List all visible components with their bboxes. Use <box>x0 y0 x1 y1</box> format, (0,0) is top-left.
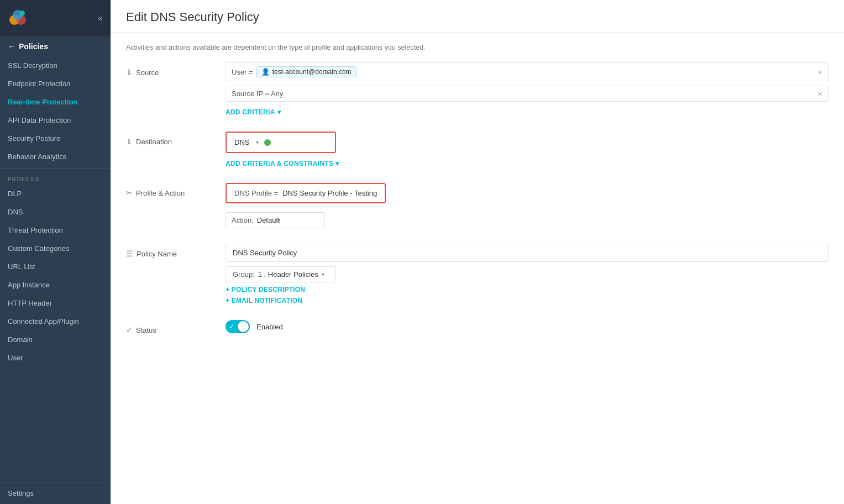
add-criteria-chevron: ▾ <box>277 108 281 116</box>
sidebar-item-httpheader[interactable]: HTTP Header <box>0 294 111 312</box>
source-label: ⇓ Source <box>126 62 214 77</box>
profile-action-section: ✂ Profile & Action DNS Profile = DNS Sec… <box>126 183 829 228</box>
sidebar-item-domain[interactable]: Domain <box>0 330 111 349</box>
policy-name-input[interactable]: DNS Security Policy <box>226 244 829 262</box>
add-criteria-label: ADD CRITERIA <box>226 108 275 116</box>
source-label-text: Source <box>136 69 159 77</box>
sidebar-item-urllist[interactable]: URL List <box>0 258 111 276</box>
sidebar-item-api[interactable]: API Data Protection <box>0 111 111 129</box>
toggle-thumb <box>238 321 249 332</box>
add-description-btn[interactable]: + POLICY DESCRIPTION <box>226 286 305 293</box>
profile-value-text: DNS Security Profile - Testing <box>282 189 377 197</box>
profile-action-label: ✂ Profile & Action <box>126 183 214 197</box>
destination-icon: ⇓ <box>126 137 133 146</box>
status-label-text: Status <box>136 326 156 334</box>
action-select-inner-wrapper: Default Allow Block ▾ <box>257 216 280 224</box>
sidebar-item-security[interactable]: Security Posture <box>0 129 111 148</box>
group-select-inner-wrapper: 1 . Header Policies 2 . Standard Policie… <box>258 270 324 279</box>
form-area: Activities and actions available are dep… <box>111 33 844 504</box>
source-icon: ⇓ <box>126 68 133 77</box>
sidebar-item-behavior[interactable]: Behavior Analytics <box>0 148 111 166</box>
info-text: Activities and actions available are dep… <box>126 44 829 51</box>
destination-content: DNS ▾ ADD CRITERIA & CONSTRAINTS ▾ <box>226 132 829 167</box>
profile-action-icon: ✂ <box>126 188 133 197</box>
main-content-area: Edit DNS Security Policy Activities and … <box>111 0 844 504</box>
status-section: ✓ Status ✓ Enabled <box>126 320 829 334</box>
user-tag-icon: 👤 <box>261 68 270 76</box>
group-select[interactable]: 1 . Header Policies 2 . Standard Policie… <box>258 270 324 279</box>
destination-select[interactable]: DNS <box>234 138 259 146</box>
sidebar-item-threat[interactable]: Threat Protection <box>0 221 111 239</box>
destination-section: ⇓ Destination DNS ▾ ADD CRITERIA & CONST… <box>126 132 829 167</box>
status-value-text: Enabled <box>256 323 283 331</box>
app-logo <box>8 8 29 29</box>
destination-label-text: Destination <box>136 138 172 146</box>
policy-name-label: ☰ Policy Name <box>126 244 214 258</box>
toggle-check-icon: ✓ <box>229 323 234 330</box>
source-section: ⇓ Source User = 👤 test-account@domain.co… <box>126 62 829 116</box>
source-user-close-btn[interactable]: × <box>817 67 822 77</box>
destination-label: ⇓ Destination <box>126 132 214 146</box>
sidebar-item-dlp[interactable]: DLP <box>0 185 111 203</box>
sidebar-item-ssl[interactable]: SSL Decryption <box>0 56 111 75</box>
source-content: User = 👤 test-account@domain.com × Sourc… <box>226 62 829 116</box>
group-label-text: Group: <box>233 270 255 279</box>
profiles-section-label: PROFILES <box>0 171 111 185</box>
destination-box: DNS ▾ <box>226 132 336 153</box>
policy-name-label-text: Policy Name <box>137 250 177 258</box>
group-select-wrapper: Group: 1 . Header Policies 2 . Standard … <box>226 266 336 282</box>
sidebar-item-custom[interactable]: Custom Categories <box>0 239 111 258</box>
sidebar: « ← Policies SSL Decryption Endpoint Pro… <box>0 0 111 504</box>
source-ip-label: Source IP = Any <box>232 90 283 98</box>
sidebar-item-realtime[interactable]: Real-time Protection <box>0 93 111 111</box>
add-email-btn[interactable]: + EMAIL NOTIFICATION <box>226 297 302 305</box>
source-ip-close-btn[interactable]: × <box>817 89 822 98</box>
sidebar-back-btn[interactable]: ← Policies <box>0 36 111 56</box>
sidebar-item-dns[interactable]: DNS <box>0 203 111 221</box>
status-toggle-area: ✓ Enabled <box>226 320 829 333</box>
dns-status-dot <box>264 139 271 146</box>
add-criteria-constraints-label: ADD CRITERIA & CONSTRAINTS <box>226 160 333 167</box>
source-criteria-row-user: User = 👤 test-account@domain.com × <box>226 62 829 81</box>
sidebar-logo-area: « <box>0 0 111 36</box>
settings-link[interactable]: Settings <box>0 482 111 504</box>
action-select[interactable]: Default Allow Block <box>257 216 280 224</box>
page-header: Edit DNS Security Policy <box>111 0 844 33</box>
sidebar-item-user[interactable]: User <box>0 349 111 367</box>
sidebar-item-appinstance[interactable]: App Instance <box>0 276 111 294</box>
sidebar-back-label: Policies <box>19 42 48 51</box>
profile-box: DNS Profile = DNS Security Profile - Tes… <box>226 183 386 203</box>
action-label-text: Action: <box>232 216 254 224</box>
policy-name-section: ☰ Policy Name DNS Security Policy Group:… <box>126 244 829 305</box>
page-title: Edit DNS Security Policy <box>126 10 829 24</box>
add-criteria-constraints-chevron: ▾ <box>335 160 339 167</box>
add-criteria-constraints-btn[interactable]: ADD CRITERIA & CONSTRAINTS ▾ <box>226 160 339 167</box>
policy-name-icon: ☰ <box>126 249 133 258</box>
sidebar-item-connectedapp[interactable]: Connected App/Plugin <box>0 312 111 330</box>
back-arrow-icon: ← <box>8 42 15 51</box>
status-icon: ✓ <box>126 326 133 334</box>
policy-name-content: DNS Security Policy Group: 1 . Header Po… <box>226 244 829 305</box>
source-user-label: User = <box>232 68 253 76</box>
profile-label-text: DNS Profile = <box>234 189 278 197</box>
sidebar-item-endpoint[interactable]: Endpoint Protection <box>0 75 111 93</box>
action-select-wrapper: Action: Default Allow Block ▾ <box>226 212 325 228</box>
svg-point-3 <box>19 11 25 16</box>
status-content: ✓ Enabled <box>226 320 829 333</box>
dns-select-wrapper: DNS ▾ <box>234 138 259 146</box>
profile-action-label-text: Profile & Action <box>136 189 185 197</box>
status-label: ✓ Status <box>126 320 214 334</box>
source-user-value: test-account@domain.com <box>272 68 352 76</box>
add-criteria-btn[interactable]: ADD CRITERIA ▾ <box>226 108 281 116</box>
profile-action-content: DNS Profile = DNS Security Profile - Tes… <box>226 183 829 228</box>
sidebar-collapse-btn[interactable]: « <box>98 13 103 23</box>
source-user-tag: 👤 test-account@domain.com <box>256 66 357 77</box>
status-toggle[interactable]: ✓ <box>226 320 250 333</box>
source-criteria-row-ip: Source IP = Any × <box>226 86 829 102</box>
